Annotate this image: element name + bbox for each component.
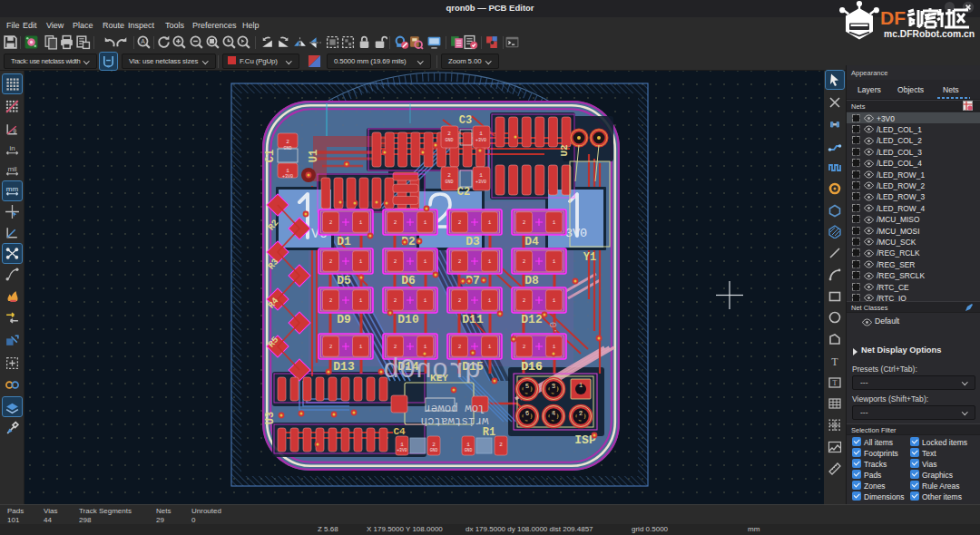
svg-text:GND: GND: [445, 138, 453, 143]
svg-text:D9: D9: [337, 313, 351, 326]
svg-text:1: 1: [553, 297, 556, 304]
svg-text:1: 1: [579, 382, 583, 389]
svg-text:U1: U1: [308, 150, 320, 162]
svg-text:D12: D12: [521, 313, 543, 326]
svg-text:1: 1: [424, 344, 427, 350]
svg-text:1: 1: [286, 168, 289, 174]
svg-text:mc.DFRobot.com.cn: mc.DFRobot.com.cn: [884, 29, 975, 39]
svg-text:D5: D5: [337, 274, 351, 287]
svg-text:D1: D1: [337, 235, 351, 248]
svg-text:D8: D8: [524, 274, 539, 287]
svg-text:2: 2: [329, 258, 333, 265]
svg-text:Y1: Y1: [583, 251, 596, 264]
svg-text:+3V0: +3V0: [475, 180, 486, 185]
svg-text:mil: mil: [7, 165, 16, 173]
svg-text:GND: GND: [465, 448, 473, 452]
svg-text:2: 2: [394, 344, 397, 350]
svg-text:6: 6: [525, 410, 529, 417]
svg-text:2: 2: [394, 219, 397, 226]
svg-text:5: 5: [525, 383, 529, 390]
svg-text:2: 2: [432, 442, 436, 448]
svg-text:D13: D13: [333, 360, 355, 374]
svg-text:2: 2: [458, 297, 462, 304]
svg-text:1: 1: [359, 297, 363, 304]
svg-text:D3: D3: [466, 235, 480, 248]
svg-text:2: 2: [447, 131, 451, 137]
svg-text:2: 2: [458, 219, 462, 226]
svg-text:θ: θ: [14, 128, 17, 134]
svg-text:GND: GND: [430, 448, 438, 452]
svg-text:2: 2: [523, 297, 526, 304]
svg-text:KEY: KEY: [430, 373, 448, 384]
svg-text:GND: GND: [445, 180, 453, 185]
svg-text:1: 1: [359, 258, 363, 265]
svg-text:+3V0: +3V0: [397, 448, 407, 452]
svg-text:R1: R1: [483, 426, 495, 439]
svg-text:2: 2: [458, 258, 462, 265]
svg-text:U3: U3: [264, 412, 277, 424]
svg-text:2: 2: [329, 297, 333, 304]
svg-text:1: 1: [424, 258, 427, 265]
svg-text:2: 2: [329, 219, 333, 226]
svg-text:C3: C3: [459, 114, 472, 127]
svg-text:2: 2: [523, 258, 526, 265]
svg-text:D11: D11: [462, 313, 484, 326]
svg-text:2: 2: [394, 297, 397, 304]
svg-text:T: T: [831, 355, 838, 368]
svg-text:C4: C4: [393, 426, 406, 437]
svg-text:in: in: [9, 144, 15, 152]
svg-text:1: 1: [479, 131, 483, 137]
svg-text:1: 1: [424, 297, 427, 304]
svg-text:DF: DF: [880, 7, 906, 28]
svg-text:2: 2: [329, 344, 333, 350]
svg-text:C2: C2: [457, 186, 470, 199]
svg-text:U2: U2: [559, 144, 570, 156]
svg-text:wristwatch: wristwatch: [420, 414, 488, 427]
svg-text:C1: C1: [264, 150, 277, 162]
svg-text:1: 1: [553, 258, 556, 265]
svg-text:T: T: [833, 379, 838, 387]
svg-text:A: A: [141, 38, 145, 44]
svg-text:3: 3: [552, 383, 555, 390]
svg-text:2: 2: [523, 219, 526, 226]
svg-text:1: 1: [359, 344, 363, 350]
svg-text:1: 1: [466, 442, 470, 448]
svg-text:4: 4: [552, 410, 555, 417]
svg-text:1: 1: [553, 219, 556, 226]
svg-text:+3V0: +3V0: [282, 174, 293, 180]
svg-text:2: 2: [447, 172, 451, 179]
svg-text:1: 1: [424, 219, 427, 226]
svg-text:D16: D16: [521, 360, 543, 374]
svg-text:2: 2: [499, 442, 503, 448]
svg-text:D6: D6: [401, 274, 416, 287]
svg-text:GND: GND: [283, 146, 291, 151]
svg-text:2: 2: [458, 344, 462, 350]
svg-text:1: 1: [400, 442, 404, 448]
svg-text:1: 1: [488, 344, 492, 350]
svg-text:1: 1: [479, 172, 483, 179]
svg-text:1: 1: [488, 219, 492, 226]
svg-text:2: 2: [394, 258, 397, 265]
svg-text:1: 1: [359, 219, 363, 226]
svg-text:mm: mm: [6, 185, 19, 193]
svg-text:1: 1: [488, 297, 492, 304]
svg-text:2: 2: [523, 344, 526, 350]
svg-text:1: 1: [488, 258, 492, 265]
svg-text:D10: D10: [397, 313, 419, 326]
svg-text:low power: low power: [424, 402, 485, 414]
svg-text:D4: D4: [524, 235, 539, 248]
svg-text:2: 2: [579, 410, 583, 417]
svg-text:1: 1: [553, 344, 556, 350]
svg-text:2: 2: [286, 139, 289, 145]
svg-text:+3V0: +3V0: [475, 138, 486, 143]
